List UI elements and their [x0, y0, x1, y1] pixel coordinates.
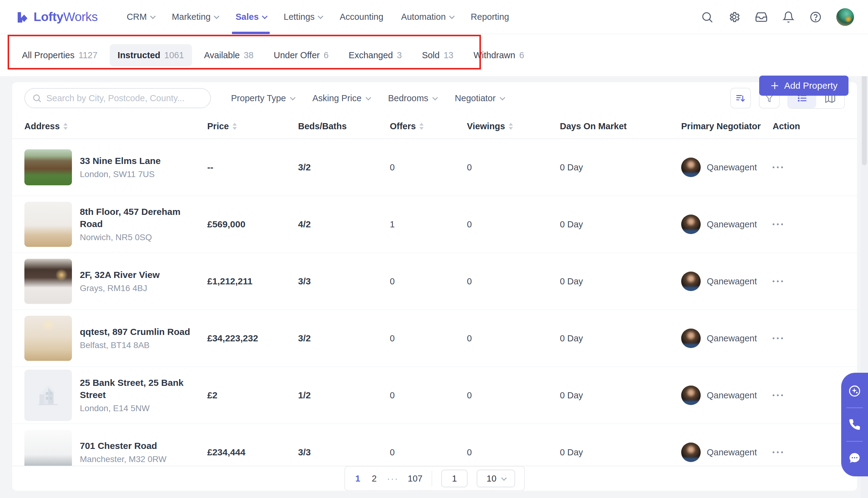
property-address[interactable]: 2F, 32A River View — [80, 269, 199, 281]
property-address[interactable]: 8th Floor, 457 Dereham Road — [80, 206, 199, 230]
nav-item-sales[interactable]: Sales — [227, 0, 275, 34]
table-row[interactable]: 8th Floor, 457 Dereham Road Norwich, NR5… — [12, 196, 857, 253]
tab-all-properties[interactable]: All Properties 1127 — [14, 44, 105, 66]
nav-item-label: Marketing — [172, 12, 211, 22]
page-number-1[interactable]: 1 — [354, 474, 361, 484]
tab-available[interactable]: Available 38 — [196, 44, 262, 66]
property-photo — [24, 430, 72, 466]
row-actions-button[interactable] — [773, 277, 783, 285]
property-price: £2 — [207, 390, 298, 401]
sort-icon — [735, 93, 746, 103]
property-photo — [24, 202, 72, 247]
plus-icon — [770, 81, 779, 90]
nav-item-lettings[interactable]: Lettings — [275, 0, 331, 34]
row-actions-button[interactable] — [773, 163, 783, 171]
column-header-address[interactable]: Address — [24, 121, 207, 131]
page-number-2[interactable]: 2 — [371, 474, 378, 484]
nav-item-crm[interactable]: CRM — [118, 0, 163, 34]
table-row[interactable]: 701 Chester Road Manchester, M32 0RW £23… — [12, 424, 857, 466]
inbox-icon[interactable] — [755, 11, 768, 24]
property-city-postcode: Grays, RM16 4BJ — [80, 283, 199, 294]
sort-button[interactable] — [730, 88, 751, 108]
property-days-on-market: 0 Day — [560, 276, 681, 287]
page-ellipsis: ··· — [387, 474, 399, 484]
nav-item-marketing[interactable]: Marketing — [163, 0, 227, 34]
page-size-select[interactable]: 10 — [477, 470, 515, 487]
tab-withdrawn[interactable]: Withdrawn 6 — [466, 44, 532, 66]
column-header-offers[interactable]: Offers — [390, 121, 467, 131]
chat-icon[interactable] — [847, 451, 862, 465]
filter-negotiator[interactable]: Negotiator — [446, 93, 513, 103]
sort-arrows-icon[interactable] — [419, 123, 424, 130]
sort-arrows-icon[interactable] — [63, 123, 68, 130]
tab-count: 38 — [244, 50, 253, 60]
filter-property-type[interactable]: Property Type — [222, 93, 303, 103]
tab-count: 6 — [324, 50, 329, 60]
column-header-price[interactable]: Price — [207, 121, 298, 131]
tab-count: 3 — [397, 50, 402, 60]
add-property-button[interactable]: Add Property — [759, 76, 849, 96]
column-header-beds-baths: Beds/Baths — [298, 121, 390, 131]
page-jump-input[interactable] — [441, 470, 468, 487]
search-input[interactable] — [46, 93, 203, 103]
property-city-postcode: Manchester, M32 0RW — [80, 454, 199, 465]
filter-asking-price[interactable]: Asking Price — [303, 93, 379, 103]
chevron-down-icon — [150, 13, 155, 19]
nav-item-automation[interactable]: Automation — [392, 0, 462, 34]
property-city-postcode: London, E14 5NW — [80, 403, 199, 414]
help-icon[interactable] — [809, 11, 822, 24]
property-photo-placeholder — [24, 370, 72, 421]
property-price: £569,000 — [207, 219, 298, 230]
table-row[interactable]: 25 Bank Street, 25 Bank Street London, E… — [12, 367, 857, 424]
table-row[interactable]: 33 Nine Elms Lane London, SW11 7US -- 3/… — [12, 139, 857, 196]
property-viewings: 0 — [467, 162, 560, 172]
status-tabs: All Properties 1127 Instructed 1061 Avai… — [14, 44, 532, 66]
column-header-viewings[interactable]: Viewings — [467, 121, 560, 131]
row-actions-button[interactable] — [773, 220, 783, 228]
property-offers: 0 — [390, 276, 467, 287]
filter-bedrooms[interactable]: Bedrooms — [379, 93, 446, 103]
property-address[interactable]: 25 Bank Street, 25 Bank Street — [80, 377, 199, 401]
page-number-107[interactable]: 107 — [408, 474, 422, 484]
property-beds-baths: 1/2 — [298, 390, 390, 401]
tab-sold[interactable]: Sold 13 — [414, 44, 461, 66]
row-actions-button[interactable] — [773, 448, 783, 456]
negotiator-avatar — [681, 443, 701, 462]
ai-assistant-icon[interactable] — [847, 384, 862, 398]
sort-arrows-icon[interactable] — [509, 123, 513, 130]
dock-divider — [846, 407, 863, 408]
chevron-down-icon — [433, 95, 438, 100]
property-price: £1,212,211 — [207, 276, 298, 287]
nav-item-label: CRM — [127, 12, 147, 22]
property-address[interactable]: 701 Chester Road — [80, 440, 199, 452]
bell-icon[interactable] — [782, 11, 795, 24]
search-box — [24, 88, 211, 108]
search-icon[interactable] — [701, 11, 713, 24]
sort-arrows-icon[interactable] — [233, 123, 237, 130]
properties-page: LoftyWorks CRM Marketing Sales Lettings … — [0, 0, 868, 498]
negotiator-name: Qanewagent — [707, 276, 757, 287]
table-row[interactable]: qqtest, 897 Crumlin Road Belfast, BT14 8… — [12, 310, 857, 367]
nav-item-label: Reporting — [471, 12, 509, 22]
tab-exchanged[interactable]: Exchanged 3 — [341, 44, 410, 66]
gear-icon[interactable] — [728, 11, 740, 24]
nav-item-accounting[interactable]: Accounting — [331, 0, 392, 34]
property-photo — [24, 259, 72, 304]
user-avatar[interactable] — [836, 8, 854, 26]
tab-under-offer[interactable]: Under Offer 6 — [266, 44, 337, 66]
row-actions-button[interactable] — [773, 334, 783, 342]
property-offers: 0 — [390, 390, 467, 401]
top-navigation-bar: LoftyWorks CRM Marketing Sales Lettings … — [0, 0, 868, 34]
property-beds-baths: 3/2 — [298, 162, 390, 172]
tab-count: 1061 — [164, 50, 184, 60]
property-viewings: 0 — [467, 390, 560, 401]
loftyworks-logo[interactable]: LoftyWorks — [14, 9, 98, 25]
phone-icon[interactable] — [847, 418, 862, 432]
property-address[interactable]: qqtest, 897 Crumlin Road — [80, 326, 199, 338]
row-actions-button[interactable] — [773, 391, 783, 399]
nav-item-reporting[interactable]: Reporting — [462, 0, 518, 34]
table-row[interactable]: 2F, 32A River View Grays, RM16 4BJ £1,21… — [12, 253, 857, 310]
chevron-down-icon — [449, 13, 455, 19]
property-address[interactable]: 33 Nine Elms Lane — [80, 155, 199, 167]
tab-instructed[interactable]: Instructed 1061 — [110, 44, 192, 66]
